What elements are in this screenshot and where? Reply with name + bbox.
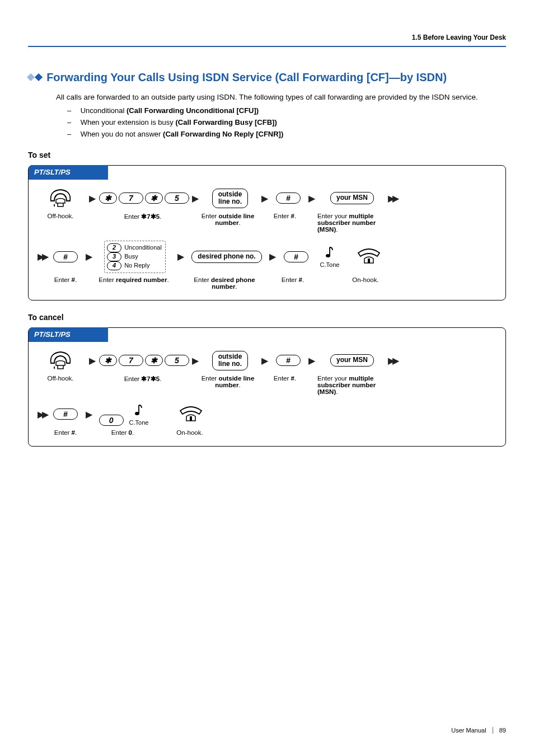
ctone-icon	[133, 403, 145, 419]
key-two: 2	[107, 243, 121, 252]
key-sequence: ✱ 7 ✱ 5	[99, 355, 189, 366]
off-hook-icon	[35, 187, 86, 209]
outside-line-bubble: outside line no.	[202, 351, 258, 371]
caption-enter-hash: Enter #.	[268, 213, 302, 219]
key-zero-ctone: 0 C.Tone	[96, 403, 152, 426]
caption-enter-code: Enter ✱7✱5.	[98, 375, 188, 383]
footer-label: User Manual	[451, 727, 486, 734]
ctone: C.Tone	[313, 245, 346, 268]
key-seven: 7	[119, 355, 143, 366]
key-hash: #	[49, 251, 82, 262]
arrow-icon: ▶	[192, 355, 199, 366]
bullets-list: – Unconditional (Call Forwarding Uncondi…	[67, 106, 506, 138]
key-hash: #	[271, 192, 305, 204]
key-three: 3	[107, 252, 121, 261]
desired-phone-bubble: desired phone no.	[188, 251, 266, 263]
arrow-icon: ▶	[308, 355, 315, 366]
key-zero: 0	[99, 415, 124, 426]
caption-outside-line: Enter outside line number.	[200, 213, 256, 226]
bullet-diamonds-icon	[28, 69, 40, 83]
caption-enter-hash: Enter #.	[268, 375, 302, 382]
ctone-icon	[324, 245, 336, 261]
key-star: ✱	[99, 355, 117, 366]
key-hash: #	[279, 251, 313, 262]
key-star: ✱	[145, 192, 163, 204]
caption-enter-msn: Enter your multiple subscriber number (M…	[314, 375, 396, 395]
bullet-prefix: When you do not answer	[81, 130, 163, 138]
bullet-bold: (Call Forwarding No Reply [CFNR])	[163, 130, 283, 138]
section-title: Forwarding Your Calls Using ISDN Service…	[28, 69, 506, 84]
arrow-continue-icon: ▶▶	[388, 355, 397, 366]
caption-outside-line: Enter outside line number.	[200, 375, 256, 388]
intro-text: All calls are forwarded to an outside pa…	[56, 92, 506, 103]
ctone-label: C.Tone	[313, 261, 346, 268]
key-star: ✱	[145, 355, 163, 366]
arrow-icon: ▶	[89, 355, 96, 366]
footer-page-number: 89	[499, 727, 506, 734]
caption-enter-hash: Enter #.	[49, 429, 82, 436]
caption-enter-desired: Enter desired phone number.	[185, 276, 264, 290]
arrow-continue-icon: ▶▶	[38, 409, 46, 420]
outside-line-bubble: outside line no.	[202, 189, 258, 209]
arrow-icon: ▶	[192, 193, 199, 204]
list-item: – When your extension is busy (Call Forw…	[67, 118, 506, 126]
arrow-icon: ▶	[308, 193, 315, 204]
arrow-icon: ▶	[261, 355, 268, 366]
list-item: – Unconditional (Call Forwarding Uncondi…	[67, 106, 506, 115]
procedure-box-cancel: PT/SLT/PS ▶ ✱ 7 ✱ 5 ▶ outside line no.	[28, 327, 506, 447]
caption-off-hook: Off-hook.	[35, 375, 86, 382]
list-item: – When you do not answer (Call Forwardin…	[67, 130, 506, 138]
key-four: 4	[107, 261, 121, 270]
section-title-text: Forwarding Your Calls Using ISDN Service…	[46, 71, 447, 83]
your-msn-bubble: your MSN	[318, 354, 386, 367]
svg-point-1	[135, 412, 139, 415]
heading-to-cancel: To cancel	[28, 313, 506, 322]
key-star: ✱	[99, 192, 117, 204]
procedure-tab: PT/SLT/PS	[29, 327, 108, 342]
procedure-box-set: PT/SLT/PS ▶ ✱ 7 ✱ 5 ▶ outside line no.	[28, 165, 506, 300]
key-five: 5	[165, 192, 189, 204]
procedure-tab: PT/SLT/PS	[29, 165, 108, 180]
breadcrumb: 1.5 Before Leaving Your Desk	[28, 34, 506, 41]
caption-enter-code: Enter ✱7✱5.	[98, 213, 188, 220]
arrow-continue-icon: ▶▶	[388, 193, 397, 204]
caption-on-hook: On-hook.	[167, 429, 212, 436]
caption-enter-hash: Enter #.	[49, 276, 82, 283]
caption-enter-msn: Enter your multiple subscriber number (M…	[314, 213, 396, 233]
arrow-icon: ▶	[86, 409, 92, 420]
arrow-icon: ▶	[89, 193, 96, 204]
key-seven: 7	[119, 192, 143, 204]
arrow-icon: ▶	[177, 251, 184, 262]
caption-enter-required: Enter required number.	[95, 276, 173, 283]
bullet-prefix: When your extension is busy	[81, 118, 176, 126]
bullet-bold: (Call Forwarding Unconditional [CFU])	[127, 106, 259, 115]
arrow-icon: ▶	[261, 193, 268, 204]
your-msn-bubble: your MSN	[318, 192, 386, 204]
arrow-icon: ▶	[86, 251, 92, 262]
heading-to-set: To set	[28, 151, 506, 159]
ctone-label: C.Tone	[129, 419, 149, 426]
svg-point-0	[326, 254, 330, 257]
page-footer: User Manual 89	[451, 727, 506, 734]
bullet-prefix: Unconditional	[81, 106, 127, 115]
caption-on-hook: On-hook.	[343, 276, 388, 283]
caption-enter-zero: Enter 0.	[95, 429, 151, 436]
on-hook-icon	[168, 405, 213, 424]
on-hook-icon	[346, 247, 391, 266]
key-five: 5	[165, 355, 189, 366]
caption-enter-hash: Enter #.	[276, 276, 310, 283]
caption-off-hook: Off-hook.	[35, 213, 86, 219]
arrow-icon: ▶	[269, 251, 276, 262]
key-sequence: ✱ 7 ✱ 5	[99, 192, 189, 204]
off-hook-icon	[35, 350, 86, 372]
arrow-continue-icon: ▶▶	[38, 251, 46, 262]
key-hash: #	[49, 408, 82, 420]
bullet-bold: (Call Forwarding Busy [CFB])	[175, 118, 277, 126]
option-box: 2Unconditional 3Busy 4No Reply	[96, 241, 174, 273]
key-hash: #	[271, 355, 305, 366]
header-divider	[28, 46, 506, 47]
